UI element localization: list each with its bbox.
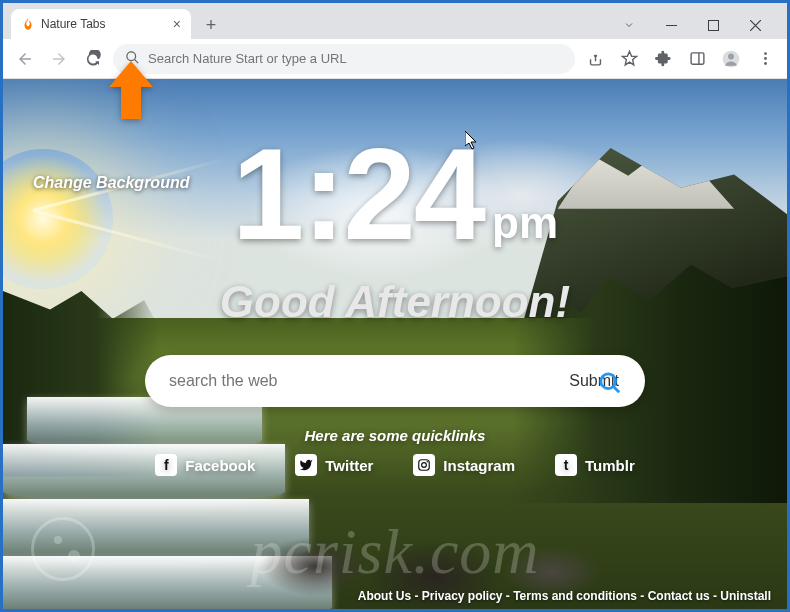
address-input[interactable]: [148, 51, 563, 66]
maximize-button[interactable]: [693, 11, 733, 39]
close-window-button[interactable]: [735, 11, 775, 39]
svg-point-14: [422, 463, 427, 468]
extensions-icon[interactable]: [649, 45, 677, 73]
clock-ampm: pm: [492, 201, 558, 245]
search-bar[interactable]: Submit: [145, 355, 645, 407]
svg-point-8: [764, 52, 767, 55]
greeting-text: Good Afternoon!: [220, 277, 570, 327]
tumblr-icon: t: [555, 454, 577, 476]
svg-point-10: [764, 62, 767, 65]
change-background-link[interactable]: Change Background: [33, 174, 189, 192]
star-icon[interactable]: [615, 45, 643, 73]
instagram-icon: [413, 454, 435, 476]
new-tab-button[interactable]: +: [197, 11, 225, 39]
footer-terms[interactable]: Terms and conditions: [513, 589, 637, 603]
reload-button[interactable]: [79, 45, 107, 73]
svg-line-12: [614, 387, 620, 393]
facebook-icon: f: [155, 454, 177, 476]
chevron-down-icon[interactable]: [609, 11, 649, 39]
svg-point-9: [764, 57, 767, 60]
svg-rect-1: [708, 20, 718, 30]
quicklink-twitter[interactable]: Twitter: [295, 454, 373, 476]
footer-contact[interactable]: Contact us: [648, 589, 710, 603]
svg-point-2: [127, 51, 136, 60]
quicklink-instagram[interactable]: Instagram: [413, 454, 515, 476]
callout-arrow: [109, 61, 163, 123]
tab-bar: Nature Tabs × +: [3, 3, 787, 39]
search-input[interactable]: [169, 372, 551, 390]
svg-point-11: [601, 374, 616, 389]
close-tab-button[interactable]: ×: [173, 16, 181, 32]
quicklinks-row: f Facebook Twitter Instagram t Tumblr: [155, 454, 635, 476]
browser-tab[interactable]: Nature Tabs ×: [11, 9, 191, 39]
svg-point-7: [728, 53, 734, 59]
menu-icon[interactable]: [751, 45, 779, 73]
profile-icon[interactable]: [717, 45, 745, 73]
footer-about[interactable]: About Us: [358, 589, 411, 603]
back-button[interactable]: [11, 45, 39, 73]
clock-time: 1:24: [232, 129, 484, 259]
quicklinks-header: Here are some quicklinks: [305, 427, 486, 444]
footer-uninstall[interactable]: Uninstall: [720, 589, 771, 603]
footer-links: About Us - Privacy policy - Terms and co…: [358, 589, 771, 603]
magnify-icon: [599, 372, 621, 394]
svg-rect-4: [691, 53, 704, 64]
quicklink-facebook[interactable]: f Facebook: [155, 454, 255, 476]
page-content: Change Background 1:24 pm Good Afternoon…: [3, 79, 787, 609]
address-bar[interactable]: [113, 44, 575, 74]
share-icon[interactable]: [581, 45, 609, 73]
footer-privacy[interactable]: Privacy policy: [422, 589, 503, 603]
submit-button[interactable]: Submit: [551, 364, 637, 398]
svg-point-15: [427, 461, 428, 462]
clock: 1:24 pm: [232, 129, 558, 259]
minimize-button[interactable]: [651, 11, 691, 39]
forward-button[interactable]: [45, 45, 73, 73]
svg-rect-0: [666, 25, 677, 26]
side-panel-icon[interactable]: [683, 45, 711, 73]
tab-title: Nature Tabs: [41, 17, 105, 31]
flame-icon: [21, 17, 35, 31]
twitter-icon: [295, 454, 317, 476]
quicklink-tumblr[interactable]: t Tumblr: [555, 454, 635, 476]
